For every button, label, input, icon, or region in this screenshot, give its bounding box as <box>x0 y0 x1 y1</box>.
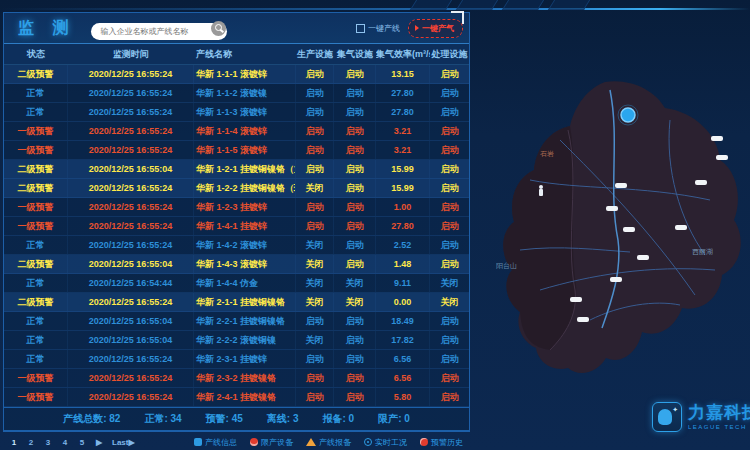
table-row[interactable]: 二级预警2020/12/25 16:55:04华新 1-4-3 滚镀锌关闭启动1… <box>4 255 469 274</box>
summary-bar: 产线总数: 82正常: 34预警: 45离线: 3报备: 0限产: 0 <box>4 407 469 430</box>
legend-report[interactable]: 产线报备 <box>306 437 351 448</box>
table-row[interactable]: 正常2020/12/25 16:55:04华新 2-2-1 挂镀铜镍铬启动启动1… <box>4 312 469 331</box>
legend-label: 预警历史 <box>431 437 463 448</box>
page-button[interactable]: 1 <box>10 438 18 447</box>
search-input[interactable] <box>91 23 227 40</box>
table-row[interactable]: 二级预警2020/12/25 16:55:04华新 1-2-1 挂镀铜镍铬（龙门… <box>4 160 469 179</box>
table-row[interactable]: 正常2020/12/25 16:54:44华新 1-4-4 仿金关闭关闭9.11… <box>4 274 469 293</box>
table-body: 二级预警2020/12/25 16:55:24华新 1-1-1 滚镀锌启动启动1… <box>4 65 469 407</box>
cell-gas: 启动 <box>334 122 376 140</box>
report-icon <box>306 438 316 446</box>
table-row[interactable]: 正常2020/12/25 16:55:24华新 1-4-2 滚镀锌关闭启动2.5… <box>4 236 469 255</box>
one-key-line-label: 一键产线 <box>368 23 400 34</box>
cell-prod: 启动 <box>296 103 334 121</box>
cell-time: 2020/12/25 16:55:24 <box>68 217 194 235</box>
cell-prod: 启动 <box>296 369 334 387</box>
summary-item: 限产: 0 <box>378 412 410 426</box>
legend-limit[interactable]: 限产设备 <box>250 437 293 448</box>
table-row[interactable]: 二级预警2020/12/25 16:55:24华新 2-1-1 挂镀铜镍铬关闭关… <box>4 293 469 312</box>
legend-info[interactable]: 产线信息 <box>194 437 237 448</box>
cell-time: 2020/12/25 16:55:24 <box>68 198 194 216</box>
legend-alarm-history[interactable]: 预警历史 <box>420 437 463 448</box>
cell-treat: 关闭 <box>430 274 469 292</box>
district-map[interactable]: 石岩 阳台山 西丽湖 <box>470 60 750 400</box>
cell-treat: 关闭 <box>430 293 469 311</box>
cell-gas: 关闭 <box>334 293 376 311</box>
page-button[interactable]: 2 <box>27 438 35 447</box>
table-row[interactable]: 一级预警2020/12/25 16:55:24华新 1-1-4 滚镀锌启动启动3… <box>4 122 469 141</box>
cell-treat: 启动 <box>430 331 469 349</box>
cell-treat: 启动 <box>430 103 469 121</box>
selected-site-marker[interactable] <box>621 108 635 122</box>
cell-status: 正常 <box>4 236 68 254</box>
cell-name: 华新 1-4-3 滚镀锌 <box>194 255 296 273</box>
table-row[interactable]: 一级预警2020/12/25 16:55:24华新 1-1-5 滚镀锌启动启动3… <box>4 141 469 160</box>
subdistrict-area <box>503 126 576 350</box>
table-header: 状态监测时间产线名称生产设施集气设施集气效率(m³/s)处理设施 <box>4 44 469 65</box>
cell-status: 正常 <box>4 84 68 102</box>
cell-gas: 关闭 <box>334 274 376 292</box>
info-icon <box>194 438 202 446</box>
cell-prod: 启动 <box>296 217 334 235</box>
cell-eff: 15.99 <box>376 179 430 197</box>
table-row[interactable]: 一级预警2020/12/25 16:55:24华新 1-2-3 挂镀锌启动启动1… <box>4 198 469 217</box>
search-icon[interactable] <box>211 21 226 36</box>
cell-status: 二级预警 <box>4 179 68 197</box>
table-row[interactable]: 一级预警2020/12/25 16:55:24华新 1-4-1 挂镀锌启动启动2… <box>4 217 469 236</box>
cell-prod: 启动 <box>296 84 334 102</box>
column-header: 集气效率(m³/s) <box>376 48 430 61</box>
cell-name: 华新 1-2-2 挂镀铜镍铬（环形线） <box>194 179 296 197</box>
cell-treat: 启动 <box>430 236 469 254</box>
page-button[interactable]: 3 <box>44 438 52 447</box>
cell-treat: 启动 <box>430 160 469 178</box>
table-row[interactable]: 一级预警2020/12/25 16:55:24华新 2-3-2 挂镀镍铬启动启动… <box>4 369 469 388</box>
cell-status: 二级预警 <box>4 65 68 83</box>
cell-gas: 启动 <box>334 65 376 83</box>
table-row[interactable]: 正常2020/12/25 16:55:04华新 2-2-2 滚镀铜镍关闭启动17… <box>4 331 469 350</box>
legend-label: 实时工况 <box>375 437 407 448</box>
cell-time: 2020/12/25 16:55:04 <box>68 312 194 330</box>
column-header: 产线名称 <box>194 48 296 61</box>
column-header: 生产设施 <box>296 48 334 61</box>
table-row[interactable]: 二级预警2020/12/25 16:55:24华新 1-1-1 滚镀锌启动启动1… <box>4 65 469 84</box>
cell-eff: 17.82 <box>376 331 430 349</box>
table-row[interactable]: 一级预警2020/12/25 16:55:24华新 2-4-1 挂镀镍铬启动启动… <box>4 388 469 407</box>
map-label: 石岩 <box>540 150 554 158</box>
cell-time: 2020/12/25 16:55:24 <box>68 388 194 406</box>
search-box <box>91 20 227 37</box>
one-key-line-checkbox[interactable]: 一键产线 <box>356 23 400 34</box>
brand-logo-icon: ✦ <box>652 402 682 432</box>
limit-icon <box>250 438 258 446</box>
page-button[interactable]: ▶ <box>95 438 103 447</box>
one-key-gas-button[interactable]: 一键产气 <box>408 19 463 38</box>
summary-item: 正常: 34 <box>144 412 181 426</box>
cell-time: 2020/12/25 16:55:24 <box>68 369 194 387</box>
legend-live-status[interactable]: 实时工况 <box>364 437 407 448</box>
cell-treat: 启动 <box>430 141 469 159</box>
cell-time: 2020/12/25 16:55:24 <box>68 350 194 368</box>
cell-gas: 启动 <box>334 312 376 330</box>
cell-treat: 启动 <box>430 179 469 197</box>
table-row[interactable]: 二级预警2020/12/25 16:55:24华新 1-2-2 挂镀铜镍铬（环形… <box>4 179 469 198</box>
cell-status: 正常 <box>4 331 68 349</box>
cell-gas: 启动 <box>334 350 376 368</box>
checkbox-icon <box>356 24 365 33</box>
table-row[interactable]: 正常2020/12/25 16:55:24华新 1-1-2 滚镀镍启动启动27.… <box>4 84 469 103</box>
cell-prod: 启动 <box>296 160 334 178</box>
cell-time: 2020/12/25 16:55:24 <box>68 103 194 121</box>
cell-prod: 启动 <box>296 141 334 159</box>
cell-prod: 启动 <box>296 65 334 83</box>
cell-gas: 启动 <box>334 84 376 102</box>
cell-eff: 27.80 <box>376 84 430 102</box>
page-button[interactable]: 5 <box>78 438 86 447</box>
cell-treat: 启动 <box>430 217 469 235</box>
cell-time: 2020/12/25 16:55:04 <box>68 331 194 349</box>
cell-time: 2020/12/25 16:55:24 <box>68 84 194 102</box>
cell-time: 2020/12/25 16:55:04 <box>68 160 194 178</box>
table-row[interactable]: 正常2020/12/25 16:55:24华新 2-3-1 挂镀锌启动启动6.5… <box>4 350 469 369</box>
page-button[interactable]: 4 <box>61 438 69 447</box>
cell-eff: 6.56 <box>376 369 430 387</box>
page-button[interactable]: Last▶ <box>112 438 135 447</box>
cell-name: 华新 1-2-1 挂镀铜镍铬（龙门线） <box>194 160 296 178</box>
table-row[interactable]: 正常2020/12/25 16:55:24华新 1-1-3 滚镀锌启动启动27.… <box>4 103 469 122</box>
